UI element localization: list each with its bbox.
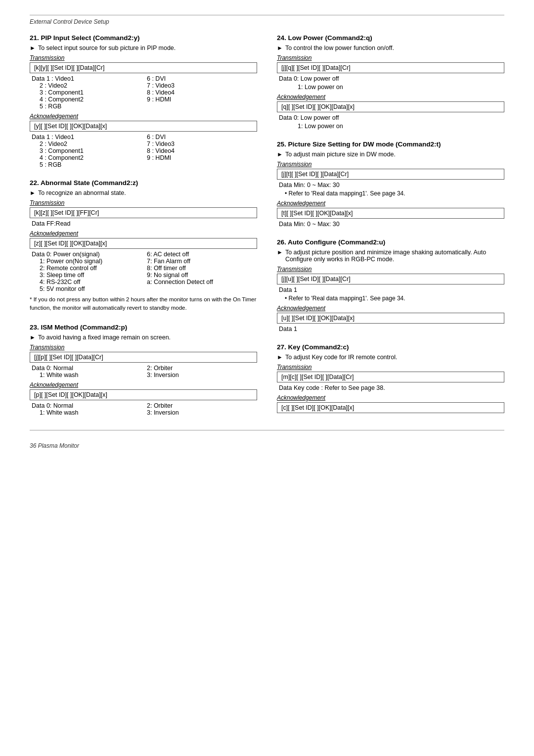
- section-23-ack-code: [p][ ][Set ID][ ][OK][Data][x]: [30, 389, 257, 400]
- page-header: External Control Device Setup: [30, 18, 504, 25]
- section-23-tx-data: Data 0: Normal 1: White wash 2: Orbiter …: [32, 365, 257, 378]
- section-22-footnote: * If you do not press any button within …: [30, 295, 257, 313]
- section-24-title: 24. Low Power (Command2:q): [277, 34, 504, 42]
- section-25-transmission-code: [j][t][ ][Set ID][ ][Data][Cr]: [277, 169, 504, 180]
- section-23: 23. ISM Method (Command2:p) ► To avoid h…: [30, 324, 257, 416]
- section-23-transmission-label: Transmission: [30, 344, 257, 351]
- right-column: 24. Low Power (Command2:q) ► To control …: [277, 34, 504, 427]
- two-column-layout: 21. PIP Input Select (Command2:y) ► To s…: [30, 34, 504, 427]
- arrow-icon-26: ►: [277, 249, 283, 256]
- section-26-title: 26. Auto Configure (Command2:u): [277, 238, 504, 246]
- section-26: 26. Auto Configure (Command2:u) ► To adj…: [277, 238, 504, 332]
- arrow-icon-25: ►: [277, 151, 283, 158]
- section-22-intro: ► To recognize an abnormal state.: [30, 189, 257, 196]
- section-27-ack-label: Acknowledgement: [277, 394, 504, 401]
- section-22-ack-right: 6: AC detect off 7: Fan Alarm off 8: Off…: [147, 251, 257, 292]
- section-27-ack-code: [c][ ][Set ID][ ][OK][Data][x]: [277, 402, 504, 413]
- section-25-intro: ► To adjust main picture size in DW mode…: [277, 151, 504, 158]
- section-22-transmission-code: [k][z][ ][Set ID][ ][FF][Cr]: [30, 207, 257, 218]
- section-23-tx-right: 2: Orbiter 3: Inversion: [147, 365, 257, 378]
- arrow-icon-22: ►: [30, 189, 36, 196]
- section-25-ack-label: Acknowledgement: [277, 200, 504, 207]
- section-24-transmission-label: Transmission: [277, 54, 504, 61]
- section-23-ack-right: 2: Orbiter 3: Inversion: [147, 402, 257, 416]
- section-24-intro: ► To control the low power function on/o…: [277, 45, 504, 51]
- section-24-transmission-code: [j][q][ ][Set ID][ ][Data][Cr]: [277, 62, 504, 73]
- section-21-ack-data-left: Data 1 : Video1 2 : Video2 3 : Component…: [32, 134, 142, 168]
- arrow-icon-23: ►: [30, 334, 36, 341]
- section-25-tx-data: Data Min: 0 ~ Max: 30: [279, 182, 504, 189]
- section-22-transmission-label: Transmission: [30, 199, 257, 206]
- left-column: 21. PIP Input Select (Command2:y) ► To s…: [30, 34, 257, 427]
- section-26-tx-bullet: Refer to 'Real data mapping1'. See page …: [285, 295, 504, 302]
- section-26-ack-label: Acknowledgement: [277, 305, 504, 312]
- section-25-transmission-label: Transmission: [277, 161, 504, 168]
- section-23-ack-left: Data 0: Normal 1: White wash: [32, 402, 142, 416]
- section-22-ack-label: Acknowledgement: [30, 230, 257, 237]
- section-21-ack-code: [y][ ][Set ID][ ][OK][Data][x]: [30, 121, 257, 132]
- section-25-tx-bullet: Refer to 'Real data mapping1'. See page …: [285, 190, 504, 197]
- section-24-ack-data-0: Data 0: Low power off: [279, 114, 504, 121]
- section-23-tx-left: Data 0: Normal 1: White wash: [32, 365, 142, 378]
- section-26-transmission-code: [j][u][ ][Set ID][ ][Data][Cr]: [277, 274, 504, 284]
- section-24-tx-data-1: 1: Low power on: [298, 84, 504, 91]
- section-22: 22. Abnormal State (Command2:z) ► To rec…: [30, 179, 257, 313]
- arrow-icon-27: ►: [277, 354, 283, 361]
- section-22-ack-left: Data 0: Power on(signal) 1: Power on(No …: [32, 251, 142, 292]
- section-26-transmission-label: Transmission: [277, 266, 504, 273]
- section-23-intro: ► To avoid having a fixed image remain o…: [30, 334, 257, 341]
- arrow-icon: ►: [30, 45, 36, 51]
- section-22-ack-data: Data 0: Power on(signal) 1: Power on(No …: [32, 251, 257, 292]
- section-27-title: 27. Key (Command2:c): [277, 343, 504, 351]
- section-27: 27. Key (Command2:c) ► To adjust Key cod…: [277, 343, 504, 413]
- section-23-ack-data: Data 0: Normal 1: White wash 2: Orbiter …: [32, 402, 257, 416]
- top-rule: [30, 15, 504, 15]
- section-25-title: 25. Picture Size Setting for DW mode (Co…: [277, 141, 504, 148]
- section-27-transmission-label: Transmission: [277, 364, 504, 371]
- section-23-transmission-code: [j][p][ ][Set ID][ ][Data][Cr]: [30, 352, 257, 363]
- section-21: 21. PIP Input Select (Command2:y) ► To s…: [30, 34, 257, 168]
- section-25: 25. Picture Size Setting for DW mode (Co…: [277, 141, 504, 228]
- section-21-tx-data-left: Data 1 : Video1 2 : Video2 3 : Component…: [32, 75, 142, 110]
- section-22-tx-data: Data FF:Read: [32, 220, 257, 227]
- section-21-intro: ► To select input source for sub picture…: [30, 45, 257, 51]
- section-21-ack-data: Data 1 : Video1 2 : Video2 3 : Component…: [32, 134, 257, 168]
- section-23-title: 23. ISM Method (Command2:p): [30, 324, 257, 331]
- section-24: 24. Low Power (Command2:q) ► To control …: [277, 34, 504, 130]
- section-22-ack-code: [z][ ][Set ID][ ][OK][Data][x]: [30, 238, 257, 249]
- section-25-ack-code: [t][ ][Set ID][ ][OK][Data][x]: [277, 208, 504, 219]
- section-24-ack-data-1: 1: Low power on: [298, 123, 504, 130]
- section-26-intro: ► To adjust picture position and minimiz…: [277, 249, 504, 263]
- section-21-transmission-label: Transmission: [30, 54, 257, 61]
- section-21-ack-data-right: 6 : DVI 7 : Video3 8 : Video4 9 : HDMI: [147, 134, 257, 168]
- section-21-transmission-data: Data 1 : Video1 2 : Video2 3 : Component…: [32, 75, 257, 110]
- page-footer: 36 Plasma Monitor: [30, 442, 504, 449]
- section-27-intro: ► To adjust Key code for IR remote contr…: [277, 354, 504, 361]
- page: External Control Device Setup 21. PIP In…: [0, 0, 534, 756]
- section-26-tx-data: Data 1: [279, 286, 504, 293]
- section-26-ack-code: [u][ ][Set ID][ ][OK][Data][x]: [277, 313, 504, 324]
- section-27-transmission-code: [m][c][ ][Set ID][ ][Data][Cr]: [277, 372, 504, 382]
- section-21-transmission-code: [k][y][ ][Set ID][ ][Data][Cr]: [30, 62, 257, 73]
- bottom-rule: [30, 430, 504, 430]
- section-21-ack-label: Acknowledgement: [30, 113, 257, 120]
- section-21-tx-data-right: 6 : DVI 7 : Video3 8 : Video4 9 : HDMI: [147, 75, 257, 110]
- section-24-tx-data-0: Data 0: Low power off: [279, 75, 504, 82]
- arrow-icon-24: ►: [277, 45, 283, 51]
- section-25-ack-data: Data Min: 0 ~ Max: 30: [279, 221, 504, 228]
- section-26-ack-data: Data 1: [279, 326, 504, 332]
- section-27-tx-data: Data Key code : Refer to See page 38.: [279, 384, 504, 391]
- section-22-title: 22. Abnormal State (Command2:z): [30, 179, 257, 187]
- section-24-ack-code: [q][ ][Set ID][ ][OK][Data][x]: [277, 101, 504, 112]
- section-23-ack-label: Acknowledgement: [30, 381, 257, 388]
- section-24-ack-label: Acknowledgement: [277, 94, 504, 100]
- section-21-title: 21. PIP Input Select (Command2:y): [30, 34, 257, 42]
